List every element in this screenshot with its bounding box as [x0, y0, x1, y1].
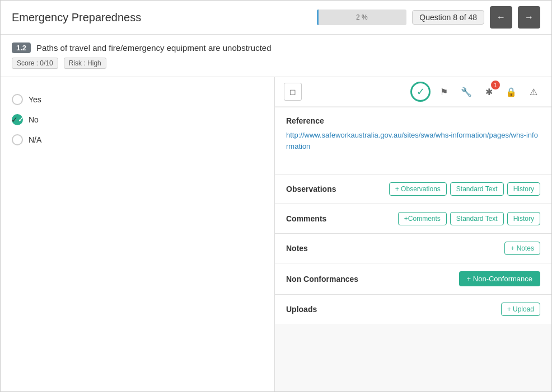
warning-icon[interactable]: ⚠ — [525, 83, 542, 101]
answer-na[interactable]: N/A — [12, 134, 263, 145]
check-icon: ✓ — [11, 115, 18, 124]
uploads-row: Uploads + Upload — [275, 294, 551, 324]
question-meta: Score : 0/10 Risk : High — [12, 58, 540, 69]
prev-button[interactable]: ← — [490, 6, 512, 29]
notes-label: Notes — [286, 244, 308, 253]
comments-row: Comments +Comments Standard Text History — [275, 204, 551, 233]
question-section: 1.2 Paths of travel and fire/emergency e… — [1, 35, 551, 77]
next-arrow-icon: → — [525, 12, 534, 22]
header-right: 2 % Question 8 of 48 ← → — [317, 6, 540, 29]
collapse-icon: ◻ — [289, 87, 296, 96]
reference-section: Reference http://www.safeworkaustralia.g… — [275, 107, 551, 174]
observations-label: Observations — [286, 185, 336, 193]
comments-buttons: +Comments Standard Text History — [398, 212, 540, 225]
lock-icon[interactable]: 🔒 — [502, 83, 520, 101]
check-action-icon[interactable]: ✓ — [410, 82, 431, 102]
comments-standard-text-button[interactable]: Standard Text — [450, 212, 504, 225]
wrench-icon[interactable]: 🔧 — [457, 83, 475, 101]
answer-yes-label: Yes — [29, 95, 41, 104]
answer-no-label: No — [29, 115, 39, 124]
action-icons: ✓ ⚑ 🔧 ✱ 1 🔒 ⚠ — [410, 82, 542, 102]
flag-icon[interactable]: ⚑ — [435, 83, 453, 101]
non-conformances-label: Non Conformances — [286, 275, 358, 284]
answer-na-label: N/A — [29, 135, 41, 144]
risk-badge: Risk : High — [64, 58, 106, 69]
notes-buttons: + Notes — [504, 242, 540, 255]
add-comments-button[interactable]: +Comments — [398, 212, 447, 225]
answer-options: Yes ✓ No N/A — [12, 94, 263, 145]
right-panel: ◻ ✓ ⚑ 🔧 ✱ 1 🔒 ⚠ Reference — [275, 77, 551, 391]
progress-fill — [317, 10, 319, 25]
radio-no[interactable]: ✓ — [12, 114, 23, 125]
header: Emergency Preparedness 2 % Question 8 of… — [1, 1, 551, 35]
observations-buttons: + Observations Standard Text History — [389, 182, 540, 196]
observations-standard-text-button[interactable]: Standard Text — [450, 182, 504, 196]
reference-label: Reference — [286, 116, 540, 125]
add-upload-button[interactable]: + Upload — [501, 303, 540, 316]
question-badge: Question 8 of 48 — [412, 10, 484, 25]
radio-yes[interactable] — [12, 94, 23, 105]
comments-label: Comments — [286, 214, 326, 223]
main-content: Yes ✓ No N/A ◻ — [1, 77, 551, 391]
score-badge: Score : 0/10 — [12, 58, 58, 69]
answer-yes[interactable]: Yes — [12, 94, 263, 105]
non-conformances-buttons: + Non-Conformance — [459, 271, 540, 286]
add-notes-button[interactable]: + Notes — [504, 242, 540, 255]
collapse-area: ◻ — [284, 83, 302, 101]
add-observations-button[interactable]: + Observations — [389, 182, 447, 196]
question-number: 1.2 — [12, 42, 31, 53]
radio-na[interactable] — [12, 134, 23, 145]
comments-history-button[interactable]: History — [507, 212, 540, 225]
next-button[interactable]: → — [518, 6, 540, 29]
question-header: 1.2 Paths of travel and fire/emergency e… — [12, 42, 540, 53]
app-container: Emergency Preparedness 2 % Question 8 of… — [0, 0, 552, 392]
reference-link[interactable]: http://www.safeworkaustralia.gov.au/site… — [286, 131, 538, 150]
observations-row: Observations + Observations Standard Tex… — [275, 174, 551, 204]
answer-no[interactable]: ✓ No — [12, 114, 263, 125]
question-text: Paths of travel and fire/emergency equip… — [36, 43, 271, 53]
notes-row: Notes + Notes — [275, 233, 551, 263]
observations-history-button[interactable]: History — [507, 182, 540, 196]
asterisk-icon[interactable]: ✱ 1 — [480, 83, 498, 101]
notification-badge: 1 — [491, 81, 500, 89]
non-conformances-row: Non Conformances + Non-Conformance — [275, 263, 551, 294]
uploads-label: Uploads — [286, 305, 317, 314]
add-non-conformance-button[interactable]: + Non-Conformance — [459, 271, 540, 286]
left-panel: Yes ✓ No N/A — [1, 77, 275, 391]
progress-label: 2 % — [356, 13, 368, 21]
app-title: Emergency Preparedness — [12, 11, 141, 24]
progress-bar: 2 % — [317, 10, 406, 25]
prev-arrow-icon: ← — [497, 12, 506, 22]
collapse-button[interactable]: ◻ — [284, 83, 302, 101]
uploads-buttons: + Upload — [501, 303, 540, 316]
